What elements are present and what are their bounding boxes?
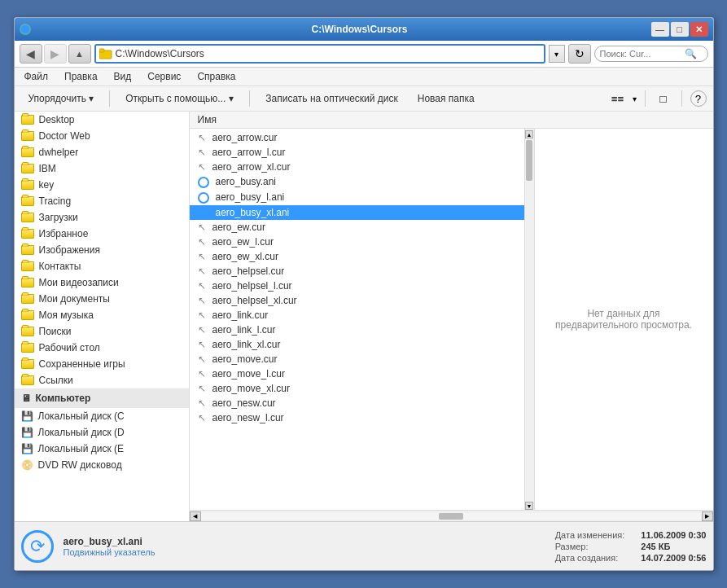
close-button[interactable]: ✕: [690, 22, 708, 37]
sidebar-item-doctorweb[interactable]: Doctor Web: [15, 128, 189, 144]
sidebar-item-contacts[interactable]: Контакты: [15, 258, 189, 274]
file-item[interactable]: aero_busy_l.ani: [190, 190, 524, 205]
maximize-button[interactable]: □: [671, 22, 689, 37]
sidebar-item-label: Ссылки: [39, 375, 73, 386]
open-with-button[interactable]: Открыть с помощью... ▾: [118, 90, 241, 108]
menu-edit[interactable]: Правка: [61, 69, 101, 84]
back-button[interactable]: ◀: [20, 44, 42, 64]
file-item[interactable]: ↖aero_nesw.cur: [190, 396, 524, 410]
sidebar-item-dwhelper[interactable]: dwhelper: [15, 144, 189, 160]
menu-tools[interactable]: Сервис: [144, 69, 184, 84]
file-item[interactable]: ↖aero_nesw_l.cur: [190, 410, 524, 425]
help-button[interactable]: ?: [690, 90, 707, 107]
sidebar-section-computer[interactable]: 🖥 Компьютер: [15, 388, 189, 408]
sidebar-item-music[interactable]: Моя музыка: [15, 307, 189, 323]
folder-icon: [21, 359, 34, 369]
file-list-header: Имя: [190, 112, 713, 129]
vertical-scrollbar[interactable]: ▲ ▼: [524, 129, 534, 510]
up-button[interactable]: ▲: [68, 44, 91, 64]
sidebar-item-ibm[interactable]: IBM: [15, 160, 189, 177]
forward-button[interactable]: ▶: [44, 44, 67, 64]
drive-icon: 💾: [21, 427, 33, 438]
toolbar-sep3: [645, 90, 646, 107]
sidebar-item-downloads[interactable]: Загрузки: [15, 209, 189, 226]
scroll-left-arrow[interactable]: ◀: [190, 511, 201, 521]
scroll-thumb[interactable]: [526, 140, 532, 181]
main-window: C:\Windows\Cursors — □ ✕ ◀ ▶ ▲ ▾ ↻ 🔍 Фа: [14, 17, 714, 571]
views-button[interactable]: ≡≡: [608, 90, 628, 108]
sidebar-item-label: Избранное: [39, 228, 89, 239]
search-input[interactable]: [600, 49, 681, 59]
created-value: 14.07.2009 0:56: [641, 553, 706, 563]
no-preview-text: Нет данных для предварительного просмотр…: [551, 308, 697, 331]
sidebar-item-images[interactable]: Изображения: [15, 242, 189, 258]
preview-pane-button[interactable]: □: [654, 90, 673, 108]
file-item[interactable]: ↖aero_link_xl.cur: [190, 337, 524, 352]
burn-button[interactable]: Записать на оптический диск: [258, 90, 405, 108]
sidebar-item-drive-c[interactable]: 💾 Локальный диск (C: [15, 408, 189, 424]
refresh-button[interactable]: ↻: [568, 44, 591, 64]
file-type-icon: [198, 207, 209, 219]
file-item[interactable]: ↖aero_move.cur: [190, 352, 524, 366]
file-item[interactable]: ↖aero_helpsel_l.cur: [190, 279, 524, 293]
minimize-button[interactable]: —: [651, 22, 669, 37]
sidebar-item-label: Локальный диск (E: [38, 443, 125, 454]
organize-button[interactable]: Упорядочить ▾: [21, 90, 102, 108]
menu-help[interactable]: Справка: [194, 69, 239, 84]
toolbar: Упорядочить ▾ Открыть с помощью... ▾ Зап…: [15, 86, 713, 112]
file-item[interactable]: ↖aero_helpsel_xl.cur: [190, 293, 524, 308]
file-item[interactable]: aero_busy.ani: [190, 174, 524, 190]
file-item[interactable]: ↖aero_arrow_l.cur: [190, 145, 524, 160]
file-item[interactable]: ↖aero_ew_l.cur: [190, 235, 524, 249]
file-item[interactable]: aero_busy_xl.ani: [190, 205, 524, 221]
sidebar-item-savedgames[interactable]: Сохраненные игры: [15, 356, 189, 372]
status-info: aero_busy_xl.ani Подвижный указатель: [64, 536, 545, 557]
sidebar-item-videos[interactable]: Мои видеозаписи: [15, 274, 189, 291]
file-item[interactable]: ↖aero_link.cur: [190, 308, 524, 323]
scroll-down-arrow[interactable]: ▼: [525, 502, 533, 510]
scroll-right-arrow[interactable]: ▶: [702, 511, 713, 521]
sidebar-item-tracing[interactable]: Tracing: [15, 193, 189, 209]
name-column-header[interactable]: Имя: [198, 114, 217, 125]
new-folder-button[interactable]: Новая папка: [410, 90, 482, 108]
file-type-icon: ↖: [198, 251, 206, 262]
sidebar-item-desktop2[interactable]: Рабочий стол: [15, 340, 189, 356]
sidebar-item-label: Desktop: [39, 114, 75, 125]
file-item[interactable]: ↖aero_link_l.cur: [190, 323, 524, 337]
address-input[interactable]: [116, 48, 541, 59]
file-item[interactable]: ↖aero_move_xl.cur: [190, 381, 524, 396]
sidebar-item-drive-d[interactable]: 💾 Локальный диск (D: [15, 424, 189, 441]
menu-file[interactable]: Файл: [21, 69, 52, 84]
address-dropdown[interactable]: ▾: [549, 45, 565, 63]
address-input-wrap[interactable]: [94, 44, 545, 64]
sidebar-item-label: Загрузки: [39, 212, 78, 223]
folder-icon: [21, 229, 34, 239]
sidebar-item-dvd[interactable]: 📀 DVD RW дисковод: [15, 457, 189, 473]
sidebar-item-documents[interactable]: Мои документы: [15, 291, 189, 307]
file-item[interactable]: ↖aero_arrow_xl.cur: [190, 160, 524, 174]
file-item[interactable]: ↖aero_ew_xl.cur: [190, 249, 524, 264]
size-label: Размер:: [555, 542, 625, 551]
file-item[interactable]: ↖aero_helpsel.cur: [190, 264, 524, 279]
file-item[interactable]: ↖aero_move_l.cur: [190, 366, 524, 381]
sidebar-item-favorites[interactable]: Избранное: [15, 226, 189, 242]
sidebar-item-label: Рабочий стол: [39, 342, 100, 353]
folder-icon: [21, 131, 34, 141]
search-bar[interactable]: 🔍: [594, 46, 708, 62]
sidebar-item-label: Изображения: [39, 244, 100, 256]
menu-view[interactable]: Вид: [111, 69, 135, 84]
drive-icon: 💾: [21, 410, 33, 422]
file-type-icon: ↖: [198, 353, 206, 365]
scroll-up-arrow[interactable]: ▲: [525, 130, 533, 138]
horizontal-scrollbar[interactable]: ◀ ▶: [190, 510, 713, 521]
search-icon[interactable]: 🔍: [685, 48, 697, 59]
sidebar-item-links[interactable]: Ссылки: [15, 372, 189, 388]
sidebar-item-drive-e[interactable]: 💾 Локальный диск (E: [15, 441, 189, 457]
sidebar-item-key[interactable]: key: [15, 177, 189, 193]
file-item[interactable]: ↖aero_arrow.cur: [190, 130, 524, 145]
sidebar-item-searches[interactable]: Поиски: [15, 323, 189, 340]
sidebar-item-desktop[interactable]: Desktop: [15, 112, 189, 128]
file-item[interactable]: ↖aero_ew.cur: [190, 220, 524, 235]
file-name: aero_link.cur: [212, 309, 269, 321]
sidebar-item-label: Моя музыка: [39, 309, 94, 321]
